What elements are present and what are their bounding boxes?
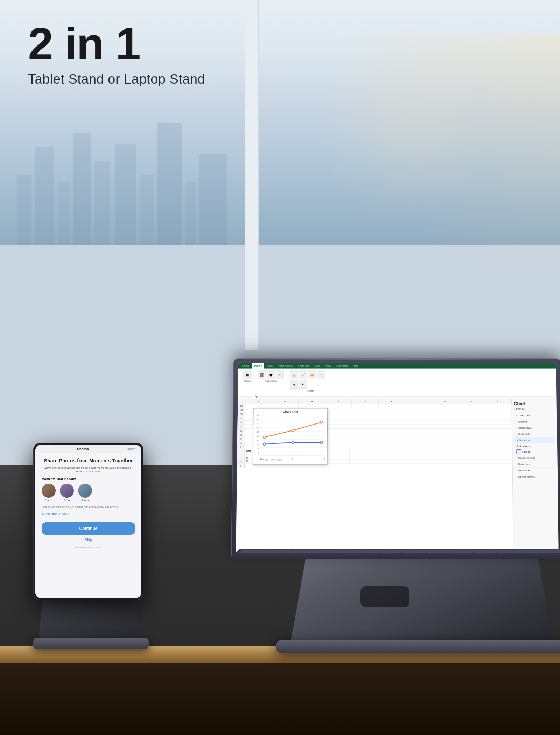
tablet-skip-btn[interactable]: Skip	[42, 538, 135, 542]
table-row: 10	[238, 404, 512, 408]
tablet-add-person[interactable]: + Add Other People	[42, 512, 135, 516]
tablet-stand-assembly: Photos Cancel Share Photos from Moments …	[28, 425, 154, 649]
col-header-l: L	[405, 399, 432, 404]
excel-ui: Home Insert Draw Page Layout Formulas Da…	[236, 363, 559, 555]
tablet-content: Share Photos from Moments Together Move …	[35, 453, 141, 554]
col-header-k: K	[379, 399, 405, 404]
tables-icon[interactable]: ⊞	[243, 370, 252, 379]
chart-svg	[260, 415, 326, 455]
chart-panel-item-marker[interactable]: › Marker Colors	[514, 455, 555, 462]
illustrations-label: Illustrations	[265, 380, 277, 383]
area-chart-icon[interactable]: ⛰	[290, 380, 298, 389]
excel-main: F G H I J K L M N O	[236, 399, 559, 555]
excel-spreadsheet[interactable]: F G H I J K L M N O	[236, 399, 513, 555]
svg-point-15	[292, 429, 294, 432]
office-addins-icon[interactable]: ＋	[276, 370, 284, 379]
bar-chart-icon[interactable]: 📉	[317, 370, 325, 379]
avatar-jenny: Jenny	[78, 484, 92, 502]
chart-panel-item-chart-title[interactable]: › Chart Title	[514, 413, 555, 419]
col-header-f: F	[245, 399, 272, 404]
column-chart-icon[interactable]: 📊	[290, 370, 298, 379]
pie-chart-icon[interactable]: 🥧	[308, 370, 316, 379]
laptop-stand-base	[276, 640, 560, 653]
chart-panel-item-vertical2[interactable]: › Vertical E...	[514, 468, 556, 474]
pictures-icon[interactable]: 🖼	[258, 370, 266, 379]
col-header-o: O	[485, 399, 512, 404]
tablet-small-text: Find 4 AAP more monthly moments with Emm…	[42, 505, 135, 509]
tablet-cancel-btn[interactable]: Cancel	[126, 447, 136, 451]
tab-automate[interactable]: Automate	[334, 363, 350, 369]
chart-panel-subtitle: Format	[514, 407, 555, 411]
tab-page-layout[interactable]: Page Layout	[275, 363, 296, 369]
chart-panel-item-series-od[interactable]: ∨ Series 'od...	[514, 438, 555, 444]
excel-right-panel: Chart Format › Chart Title › Legend	[512, 399, 559, 555]
col-header-g: G	[272, 399, 299, 404]
tablet-screen: Photos Cancel Share Photos from Moments …	[35, 445, 141, 598]
tablet-device: Photos Cancel Share Photos from Moments …	[33, 443, 144, 600]
charts-label: Charts	[307, 390, 314, 392]
tables-label: Tables	[244, 380, 251, 383]
col-header-n: N	[458, 399, 485, 404]
headline: 2 in 1	[28, 21, 205, 66]
excel-tabs: Home Insert Draw Page Layout Formulas Da…	[238, 363, 556, 369]
chart-panel-item-data-labels[interactable]: › Data Lab...	[514, 461, 556, 468]
tablet-top-bar: Photos Cancel	[35, 445, 141, 453]
chart-panel-item-horizontal[interactable]: › Horizontal...	[514, 425, 555, 431]
svg-point-14	[263, 436, 266, 439]
line-chart-icon[interactable]: 📈	[299, 370, 307, 379]
tab-formulas[interactable]: Formulas	[296, 363, 312, 369]
tab-help[interactable]: Help	[350, 363, 360, 369]
tab-view[interactable]: View	[323, 363, 334, 369]
laptop-lid: Home Insert Draw Page Layout Formulas Da…	[231, 358, 560, 558]
chart-series-icon: Outline	[514, 448, 555, 455]
product-photo: Photos Cancel Share Photos from Moments …	[0, 0, 560, 735]
excel-ribbon-content: ⊞ Tables 🖼 ⬟ ＋ Il	[238, 369, 557, 394]
chart-content: 90 80 70 60 50 40 30 20	[253, 414, 327, 461]
chart-panel-item-vertical[interactable]: › Vertical A...	[514, 431, 555, 438]
desk-front	[0, 663, 560, 735]
col-header-i: I	[325, 399, 352, 404]
col-header-h: H	[299, 399, 325, 404]
screen-glow	[234, 359, 560, 360]
tab-home[interactable]: Home	[239, 363, 252, 369]
tab-draw[interactable]: Draw	[264, 363, 275, 369]
window-top-bar	[245, 0, 560, 12]
excel-formula-bar: fx	[238, 394, 556, 399]
chart-panel-item-series2[interactable]: › Series 'uefm...	[514, 474, 556, 480]
scatter-chart-icon[interactable]: ✦	[299, 380, 307, 389]
main-text-block: 2 in 1 Tablet Stand or Laptop Stand	[28, 21, 205, 87]
svg-point-16	[320, 421, 323, 424]
laptop-stand-body	[290, 555, 553, 643]
excel-chart-embed[interactable]: Chart Title 90 80 70 60 50	[253, 408, 328, 465]
chart-title-text: Chart Title	[253, 408, 327, 414]
tab-data[interactable]: Data	[312, 363, 323, 369]
excel-rows-container: 10	[236, 404, 513, 553]
chart-panel-item-legend[interactable]: › Legend	[514, 419, 555, 425]
svg-point-11	[263, 443, 265, 445]
avatar-emma: Emma	[42, 484, 56, 502]
shapes-icon[interactable]: ⬟	[267, 370, 275, 379]
ribbon-tables-group: ⊞ Tables	[241, 370, 254, 383]
avatar-sara: Sara	[60, 484, 74, 502]
tablet-continue-button[interactable]: Continue	[42, 522, 135, 535]
tablet-app-title: Photos	[77, 447, 89, 451]
warm-glow	[315, 35, 560, 315]
laptop-stand-assembly: Home Insert Draw Page Layout Formulas Da…	[220, 345, 560, 653]
excel-col-headers: F G H I J K L M N O	[238, 399, 512, 404]
tab-insert[interactable]: Insert	[252, 363, 264, 369]
tablet-stand-base	[33, 638, 149, 649]
chart-panel-title: Chart	[514, 401, 555, 406]
ribbon-charts-group: 📊 📈 🥧 📉 ⛰ ✦ Charts	[288, 370, 334, 392]
svg-point-12	[292, 441, 294, 444]
tablet-moments-label: Moments That Include:	[42, 477, 135, 481]
excel-ribbon: Home Insert Draw Page Layout Formulas Da…	[238, 363, 557, 394]
col-header-m: M	[432, 399, 458, 404]
tablet-avatars-row: Emma Sara Jenny	[42, 484, 135, 502]
formula-fx: fx	[255, 395, 258, 398]
svg-point-13	[320, 441, 323, 444]
subheadline: Tablet Stand or Laptop Stand	[28, 72, 205, 87]
laptop-stand-slot	[360, 586, 410, 607]
col-header-j: J	[352, 399, 379, 404]
tablet-title: Share Photos from Moments Together	[42, 457, 135, 464]
ribbon-illustrations-group: 🖼 ⬟ ＋ Illustrations	[255, 370, 287, 383]
